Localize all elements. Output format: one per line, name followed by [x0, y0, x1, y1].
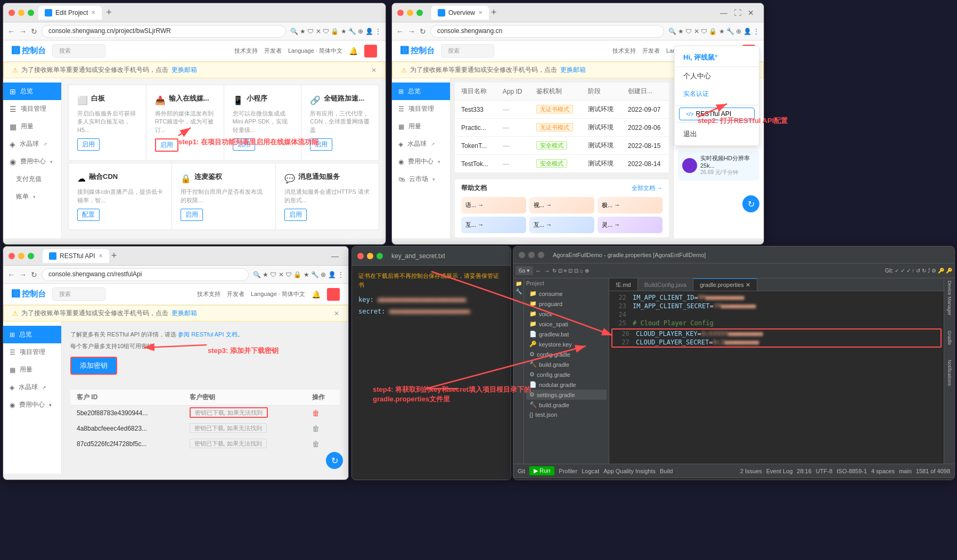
file-gradlew[interactable]: 📄 gradlew.bat	[526, 329, 607, 339]
alert-link-3[interactable]: 更换邮箱	[171, 309, 197, 318]
new-tab-btn-3[interactable]: +	[111, 250, 117, 261]
tech-support-3[interactable]: 技术支持	[197, 290, 220, 298]
search-box-1[interactable]: 搜索	[52, 44, 105, 57]
minimize-btn-4[interactable]	[367, 253, 373, 259]
dropdown-api[interactable]: </> RESTful API	[679, 108, 755, 120]
alert-link-2[interactable]: 更换邮箱	[560, 65, 586, 75]
sidebar-billing-2[interactable]: ◉ 费用中心 ▾	[392, 153, 450, 170]
maximize-btn-3[interactable]	[28, 253, 34, 259]
notifications-tab[interactable]: Notifications	[947, 360, 952, 386]
delete-key-3-icon[interactable]: 🗑	[312, 440, 320, 448]
close-btn-5[interactable]	[519, 252, 525, 258]
file-build[interactable]: 🔨 build.gradle	[526, 359, 607, 369]
help-all-link[interactable]: 全部文档 →	[632, 184, 662, 192]
close-btn-1[interactable]	[9, 10, 15, 16]
sidebar-item-invoice-1[interactable]: 账单 ▾	[3, 188, 61, 205]
sidebar-billing-3[interactable]: ◉ 费用中心 ▾	[3, 396, 61, 414]
refresh-circle-3[interactable]: ↻	[326, 452, 343, 469]
editor-tab-buildconfig[interactable]: BuildConfig.java	[638, 278, 694, 291]
app-quality-tab[interactable]: App Quality Insights	[603, 468, 656, 474]
help-card-voice[interactable]: 语... →	[461, 197, 526, 213]
maximize-btn-4[interactable]	[377, 253, 383, 259]
sidebar-item-overview-1[interactable]: ⊞ 总览	[3, 83, 61, 100]
refresh-circle-btn[interactable]: ↻	[742, 195, 759, 212]
alert-link-1[interactable]: 更换邮箱	[171, 65, 197, 75]
help-card-ling[interactable]: 灵... →	[598, 217, 662, 233]
file-config1[interactable]: ⚙ config.gradle	[526, 349, 607, 359]
new-tab-btn-1[interactable]: +	[106, 7, 112, 18]
tab-close-1[interactable]: ✕	[91, 10, 95, 15]
git-tab[interactable]: Git	[518, 468, 525, 474]
profiler-tab[interactable]: Profiler	[559, 468, 577, 474]
close-btn-2[interactable]	[397, 10, 404, 16]
sidebar-crystal-2[interactable]: ◈ 水晶球 ↗	[392, 135, 450, 153]
tech-support-1[interactable]: 技术支持	[234, 47, 258, 55]
minimize-3[interactable]: —	[331, 252, 343, 260]
sidebar-project-2[interactable]: ☰ 项目管理	[392, 100, 450, 118]
toolbar-btn-forward[interactable]: →	[544, 267, 550, 275]
restful-doc-link[interactable]: 参阅 RESTful API 文档	[178, 331, 237, 337]
tab-restful[interactable]: RESTful API ✕	[43, 249, 109, 263]
search-box-3[interactable]: 搜索	[52, 287, 105, 301]
tab-overview[interactable]: Overview ✕	[431, 6, 489, 20]
delete-key-1-icon[interactable]: 🗑	[312, 409, 320, 417]
url-field-1[interactable]: console.shengwang.cn/project/bwSLjrRWR	[42, 25, 286, 38]
file-testjson[interactable]: {} test.json	[526, 410, 607, 419]
maximize-btn-1[interactable]	[28, 10, 34, 16]
bell-icon-3[interactable]: 🔔	[312, 290, 321, 299]
help-card-interact1[interactable]: 互... →	[461, 217, 526, 233]
maximize-btn-2[interactable]	[416, 10, 423, 16]
file-module[interactable]: 📄 nodular.gradle	[526, 380, 607, 390]
sidebar-item-project-1[interactable]: ☰ 项目管理	[3, 100, 61, 118]
minimize-icon-2[interactable]: —	[720, 9, 730, 17]
event-log[interactable]: Event Log	[766, 468, 793, 474]
url-field-2[interactable]: console.shengwang.cn	[430, 25, 664, 38]
help-card-interact2[interactable]: 互... →	[529, 217, 594, 233]
sidebar-usage-3[interactable]: ▦ 用量	[3, 361, 61, 378]
add-key-button[interactable]: 添加密钥	[70, 357, 117, 375]
git-badge[interactable]: 6a ▾	[516, 266, 533, 275]
minimize-btn-5[interactable]	[528, 252, 535, 258]
file-keystore[interactable]: 🔑 keystore.key	[526, 339, 607, 349]
dropdown-verify[interactable]: 实名认证	[675, 85, 759, 103]
forward-btn-1[interactable]: →	[19, 27, 27, 36]
device-manager-tab[interactable]: Device Manager	[947, 281, 952, 316]
editor-tab-gradle[interactable]: gradle.properties ✕	[693, 278, 757, 291]
url-field-3[interactable]: console.shengwang.cn/restfulApi	[42, 268, 249, 281]
new-tab-btn-2[interactable]: +	[491, 7, 497, 18]
refresh-btn-3[interactable]: ↻	[31, 270, 37, 279]
whiteboard-btn[interactable]: 启用	[77, 138, 100, 151]
developer-2[interactable]: 开发者	[642, 47, 660, 55]
sidebar-item-crystal-1[interactable]: ◈ 水晶球 ↗	[3, 135, 61, 153]
forward-btn-3[interactable]: →	[19, 270, 27, 279]
toolbar-btn-back[interactable]: ←	[535, 267, 542, 275]
delete-key-2-icon[interactable]: 🗑	[312, 424, 320, 433]
resource-tab-icon[interactable]: 🔧	[516, 289, 522, 294]
fusioncdn-btn[interactable]: 配置	[77, 209, 100, 221]
editor-tab-md[interactable]: !E.md	[609, 278, 638, 291]
bell-icon-1[interactable]: 🔔	[349, 47, 358, 55]
sidebar-usage-2[interactable]: ▦ 用量	[392, 118, 450, 135]
notify-btn[interactable]: 启用	[284, 209, 307, 221]
file-build2[interactable]: 🔨 build.gradle	[526, 400, 607, 410]
minimize-btn-3[interactable]	[18, 253, 24, 259]
sidebar-overview-3[interactable]: ⊞ 总览	[3, 326, 61, 343]
file-voice[interactable]: 📁 voice	[526, 309, 607, 319]
tab-edit-project[interactable]: Edit Project ✕	[38, 6, 102, 20]
close-btn-4[interactable]	[357, 253, 364, 259]
sidebar-item-usage-1[interactable]: ▦ 用量	[3, 118, 61, 135]
dropdown-logout[interactable]: 退出	[675, 125, 759, 143]
back-btn-2[interactable]: ←	[396, 27, 404, 36]
miniapp-btn[interactable]: 启用	[233, 138, 255, 151]
minimize-btn-2[interactable]	[407, 10, 413, 16]
language-3[interactable]: Language · 简体中文	[251, 290, 305, 298]
run-tab[interactable]: ▶ Run	[529, 466, 554, 475]
maximize-btn-5[interactable]	[538, 252, 544, 258]
minimize-btn-1[interactable]	[18, 10, 24, 16]
refresh-btn-2[interactable]: ↻	[420, 27, 426, 36]
close-icon-2[interactable]: ✕	[748, 9, 758, 17]
sidebar-item-payment-1[interactable]: 支付充值	[3, 170, 61, 188]
file-proguard[interactable]: 📁 proguard	[526, 299, 607, 309]
git-label[interactable]: Git: ✓ ✓ ✓ ↑ ↺ ↻ ⤴ ⚙ 🔑 🔑	[885, 268, 952, 274]
cdn-accel-btn[interactable]: 启用	[310, 138, 332, 151]
